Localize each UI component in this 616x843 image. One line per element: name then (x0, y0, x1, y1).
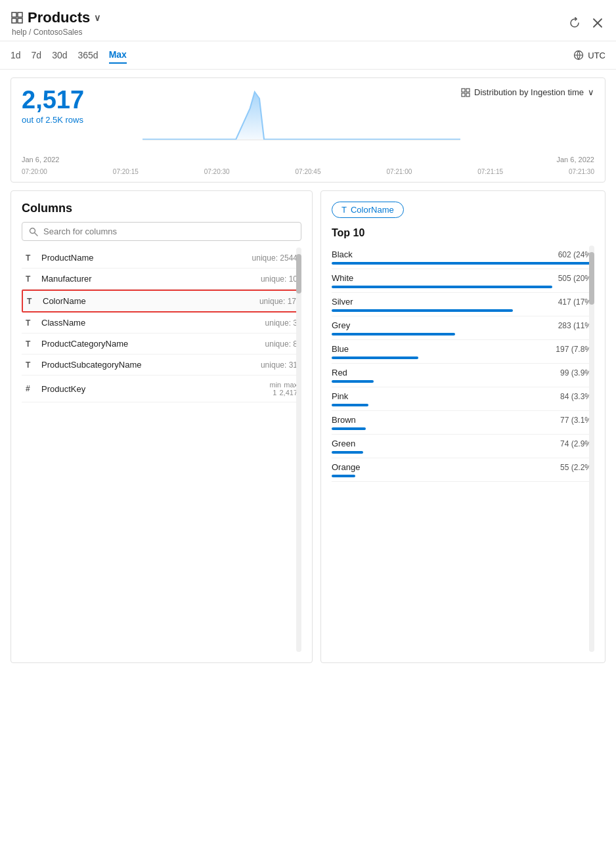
top10-label-blue: Blue (332, 344, 349, 354)
column-item-left-prodsubcat: T ProductSubcategoryName (26, 360, 141, 370)
badge-icon: T (341, 205, 347, 215)
column-item-left-prodkey: # ProductKey (26, 384, 85, 394)
tab-365d[interactable]: 365d (78, 47, 99, 64)
chart-big-number: 2,517 (22, 87, 84, 112)
top10-label-green: Green (332, 439, 355, 448)
chart-area (143, 89, 460, 141)
svg-rect-10 (462, 93, 465, 97)
top10-bar-white (332, 286, 552, 288)
column-item-productkey[interactable]: # ProductKey min max 1 2,417 (22, 376, 301, 402)
right-panel: T ColorName Top 10 Black 602 (24%) White (320, 190, 605, 663)
col-meta-colorname: unique: 17 (259, 297, 296, 306)
top10-label-silver: Silver (332, 297, 353, 307)
top10-item-green: Green 74 (2.9%) (332, 435, 594, 458)
time-tick-0: 07:20:00 (22, 168, 47, 175)
top10-bar-blue (332, 357, 418, 359)
chart-time-axis: 07:20:00 07:20:15 07:20:30 07:20:45 07:2… (22, 168, 594, 175)
column-item-left-prodcat: T ProductCategoryName (26, 339, 128, 349)
svg-rect-9 (466, 89, 470, 92)
time-tabs: 1d 7d 30d 365d Max UTC (0, 41, 616, 70)
close-button[interactable] (590, 15, 605, 31)
column-item-left: T ProductName (26, 253, 93, 263)
scroll-indicator[interactable] (296, 248, 301, 652)
max-value: 2,417 (279, 389, 297, 397)
col-name-colorname: ColorName (43, 296, 86, 306)
min-value: 1 (273, 389, 276, 397)
col-meta-classname: unique: 3 (265, 318, 297, 328)
col-name-productname: ProductName (41, 253, 93, 263)
svg-line-14 (35, 232, 38, 236)
column-item-left-mfr: T Manufacturer (26, 274, 92, 284)
top10-label-brown: Brown (332, 415, 356, 425)
tab-7d[interactable]: 7d (32, 47, 42, 64)
top10-item-red: Red 99 (3.9%) (332, 364, 594, 387)
time-tick-6: 07:21:30 (569, 168, 594, 175)
svg-rect-1 (18, 12, 22, 17)
top10-bar-green (332, 451, 363, 454)
col-type-icon-productsubcategoryname: T (26, 360, 36, 370)
header: Products ∨ help / ContosoSales (0, 0, 616, 41)
top10-label-pink: Pink (332, 391, 348, 401)
top10-label-red: Red (332, 368, 347, 378)
distribution-label: Distribution by Ingestion time (474, 87, 584, 97)
top10-item-black: Black 602 (24%) (332, 246, 594, 269)
utc-label: UTC (588, 51, 605, 60)
top10-label-black: Black (332, 249, 353, 259)
top10-list: Black 602 (24%) White 505 (20%) (332, 246, 594, 652)
column-item-classname[interactable]: T ClassName unique: 3 (22, 313, 301, 334)
column-item-productcategoryname[interactable]: T ProductCategoryName unique: 8 (22, 334, 301, 355)
tab-30d[interactable]: 30d (52, 47, 67, 64)
top10-item-silver: Silver 417 (17%) (332, 293, 594, 316)
right-scroll-indicator[interactable] (589, 246, 594, 652)
chevron-down-icon[interactable]: ∨ (94, 12, 100, 23)
column-badge: T ColorName (332, 202, 404, 218)
column-item-manufacturer[interactable]: T Manufacturer unique: 10 (22, 269, 301, 290)
badge-label: ColorName (351, 205, 394, 215)
top10-bar-grey (332, 333, 455, 335)
svg-rect-3 (18, 18, 22, 23)
header-left: Products ∨ help / ContosoSales (11, 9, 100, 37)
col-meta-productkey: min max 1 2,417 (269, 381, 297, 397)
time-tick-5: 07:21:15 (477, 168, 503, 175)
top10-bar-black (332, 262, 594, 265)
header-title-group: Products ∨ (11, 9, 100, 26)
utc-button[interactable]: UTC (573, 50, 605, 60)
search-icon (29, 227, 38, 236)
search-box[interactable] (22, 222, 301, 241)
breadcrumb: help / ContosoSales (11, 28, 100, 37)
right-scroll-thumb (589, 252, 594, 305)
columns-list: T ProductName unique: 2544 T Manufacture… (22, 248, 301, 652)
column-item-left-color: T ColorName (27, 296, 86, 306)
col-name-productcategoryname: ProductCategoryName (41, 339, 128, 349)
search-input[interactable] (43, 227, 294, 236)
top10-item-blue: Blue 197 (7.8%) (332, 340, 594, 364)
distribution-chevron-icon: ∨ (588, 87, 594, 97)
scroll-thumb (296, 254, 301, 293)
chart-sub-label: out of 2.5K rows (22, 115, 84, 125)
tab-max[interactable]: Max (109, 47, 127, 64)
column-item-colorname[interactable]: T ColorName unique: 17 (22, 290, 301, 313)
col-name-manufacturer: Manufacturer (41, 274, 92, 284)
top10-label-grey: Grey (332, 320, 350, 330)
col-meta-productsubcategoryname: unique: 31 (261, 360, 297, 370)
columns-panel: Columns T ProductName unique: 2544 (11, 190, 313, 663)
time-tick-2: 07:20:30 (204, 168, 230, 175)
col-meta-productcategoryname: unique: 8 (265, 339, 297, 349)
col-meta-productname: unique: 2544 (252, 253, 297, 263)
time-tick-3: 07:20:45 (296, 168, 321, 175)
time-tick-4: 07:21:00 (386, 168, 412, 175)
column-item-productname[interactable]: T ProductName unique: 2544 (22, 248, 301, 269)
refresh-button[interactable] (566, 14, 583, 32)
columns-title: Columns (22, 202, 301, 215)
tab-1d[interactable]: 1d (11, 47, 21, 64)
col-name-productsubcategoryname: ProductSubcategoryName (41, 360, 141, 370)
distribution-button[interactable]: Distribution by Ingestion time ∨ (461, 87, 594, 97)
col-type-icon-productcategoryname: T (26, 339, 36, 349)
col-name-productkey: ProductKey (41, 384, 85, 394)
app-container: Products ∨ help / ContosoSales 1d (0, 0, 616, 843)
time-tabs-left: 1d 7d 30d 365d Max (11, 47, 127, 64)
time-tick-1: 07:20:15 (113, 168, 139, 175)
top10-item-pink: Pink 84 (3.3%) (332, 387, 594, 411)
top10-bar-orange (332, 475, 355, 477)
column-item-productsubcategoryname[interactable]: T ProductSubcategoryName unique: 31 (22, 355, 301, 376)
